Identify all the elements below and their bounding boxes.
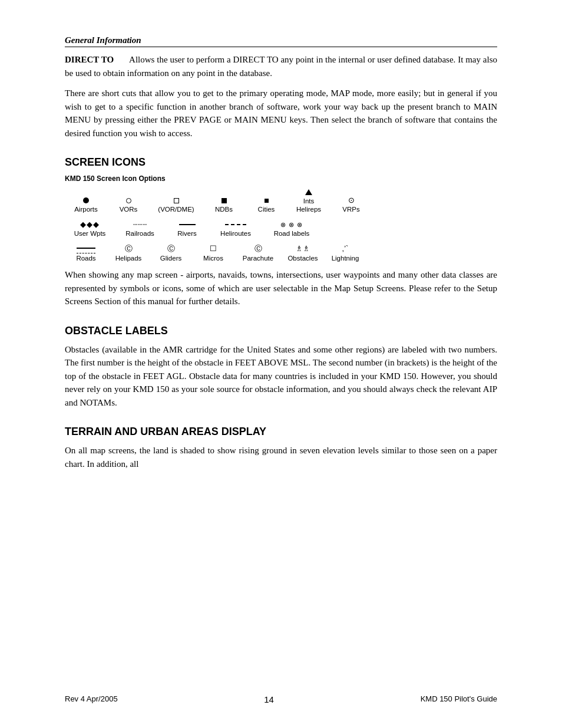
railroads-symbol: ┄┄┄ — [133, 220, 147, 229]
icons-row-1: Airports VORs (VOR/DME) — [65, 187, 497, 214]
vrps-symbol: ⊙ — [348, 196, 355, 205]
icon-gliders: Ⓒ Gliders — [150, 244, 192, 262]
icon-heliroutes: Heliroutes — [209, 220, 262, 238]
footer-left: Rev 4 Apr/2005 — [65, 694, 118, 704]
lightning-symbol: ,’` — [342, 244, 349, 253]
icon-parachute: Ⓒ Parachute — [234, 244, 282, 262]
ndbs-label: NDBs — [215, 206, 233, 214]
ndbs-symbol — [222, 196, 227, 205]
road-labels-symbol: ⊗ ⊗ ⊗ — [280, 220, 303, 229]
rivers-label: Rivers — [177, 230, 197, 238]
footer-center: 14 — [264, 694, 274, 704]
icon-vors: VORs — [107, 196, 150, 214]
icons-row-3: Roads Ⓒ Helipads Ⓒ Gliders ☐ — [65, 244, 497, 262]
gliders-label: Gliders — [160, 255, 181, 263]
icon-vordme: (VOR/DME) — [150, 196, 203, 214]
lightning-label: Lightning — [332, 255, 359, 263]
icons-grid-row1: Airports VORs (VOR/DME) — [65, 187, 497, 214]
cities-label: Cities — [258, 206, 275, 214]
icon-micros: ☐ Micros — [192, 244, 234, 262]
airports-label: Airports — [74, 206, 98, 214]
icon-helipads: Ⓒ Helipads — [107, 244, 150, 262]
roads-symbol — [77, 248, 95, 253]
icon-obstacles: ♗♗ Obstacles — [282, 244, 324, 262]
airports-symbol — [83, 196, 89, 205]
terrain-heading: TERRAIN AND URBAN AREAS DISPLAY — [65, 426, 497, 438]
terrain-para: On all map screens, the land is shaded t… — [65, 444, 497, 470]
icon-rivers: Rivers — [165, 220, 209, 238]
direct-to-text: Allows the user to perform a DIRECT TO a… — [65, 55, 497, 78]
ints-helireps-label: IntsHelireps — [296, 197, 321, 214]
icons-row-2: ◆◆◆ User Wpts ┄┄┄ Railroads Rivers — [65, 220, 497, 238]
icon-roads: Roads — [65, 248, 107, 262]
ints-helireps-symbol — [305, 187, 312, 196]
micros-symbol: ☐ — [210, 244, 217, 253]
icon-cities: Cities — [245, 196, 287, 214]
vordme-label: (VOR/DME) — [158, 206, 194, 214]
gliders-symbol: Ⓒ — [167, 244, 175, 253]
vors-symbol — [126, 196, 131, 205]
section-header-title: General Information — [65, 35, 141, 45]
icon-railroads: ┄┄┄ Railroads — [115, 220, 165, 238]
heliroutes-symbol — [225, 220, 246, 229]
section-header: General Information — [65, 35, 497, 47]
icon-section-label: KMD 150 Screen Icon Options — [65, 174, 497, 183]
obstacle-labels-para: Obstacles (available in the AMR cartridg… — [65, 343, 497, 410]
icon-lightning: ,’` Lightning — [324, 244, 366, 262]
direct-to-paragraph: DIRECT TO Allows the user to perform a D… — [65, 53, 497, 80]
footer-right: KMD 150 Pilot's Guide — [421, 694, 497, 704]
screen-icons-para: When showing any map screen - airports, … — [65, 268, 497, 308]
icon-road-labels: ⊗ ⊗ ⊗ Road labels — [262, 220, 321, 238]
icon-airports: Airports — [65, 196, 107, 214]
page: General Information DIRECT TO Allows the… — [0, 0, 562, 728]
user-wpts-label: User Wpts — [74, 230, 106, 238]
heliroutes-label: Heliroutes — [220, 230, 251, 238]
icon-user-wpts: ◆◆◆ User Wpts — [65, 220, 115, 238]
railroads-label: Railroads — [125, 230, 154, 238]
helipads-symbol: Ⓒ — [125, 244, 133, 253]
cities-symbol — [265, 196, 269, 205]
obstacle-labels-heading: OBSTACLE LABELS — [65, 325, 497, 337]
screen-icons-heading: SCREEN ICONS — [65, 156, 497, 169]
road-labels-label: Road labels — [274, 230, 310, 238]
vors-label: VORs — [120, 206, 138, 214]
direct-to-term: DIRECT TO — [65, 55, 114, 64]
parachute-symbol: Ⓒ — [254, 244, 262, 253]
vrps-label: VRPs — [342, 206, 359, 214]
user-wpts-symbol: ◆◆◆ — [80, 220, 100, 229]
footer: Rev 4 Apr/2005 14 KMD 150 Pilot's Guide — [65, 694, 497, 704]
rivers-symbol — [179, 220, 196, 229]
micros-label: Micros — [203, 255, 223, 263]
roads-label: Roads — [76, 255, 95, 263]
parachute-label: Parachute — [243, 255, 273, 263]
obstacles-symbol: ♗♗ — [296, 244, 310, 253]
icons-grid-row3: Roads Ⓒ Helipads Ⓒ Gliders ☐ — [65, 244, 497, 262]
icons-grid-row2: ◆◆◆ User Wpts ┄┄┄ Railroads Rivers — [65, 220, 497, 238]
obstacles-label: Obstacles — [287, 255, 318, 263]
vordme-symbol — [174, 196, 179, 205]
helipads-label: Helipads — [115, 255, 142, 263]
icon-ints-helireps: IntsHelireps — [287, 187, 330, 214]
para2: There are short cuts that allow you to g… — [65, 87, 497, 140]
icon-ndbs: NDBs — [203, 196, 245, 214]
icon-vrps: ⊙ VRPs — [330, 196, 372, 214]
